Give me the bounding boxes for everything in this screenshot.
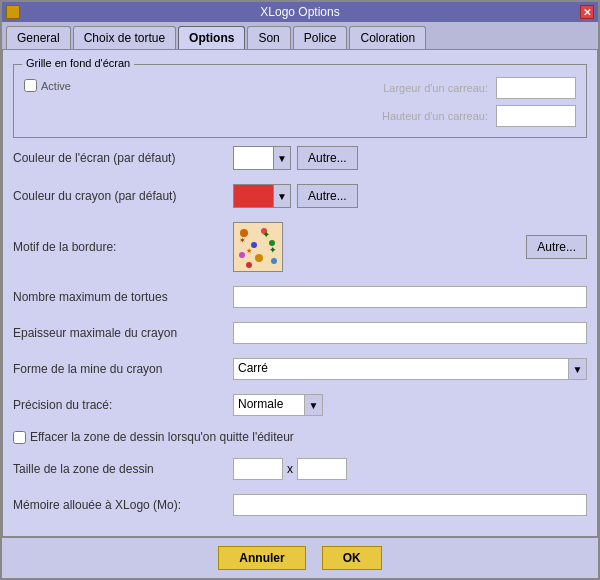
close-button[interactable]: ✕ [580,5,594,19]
footer: Annuler OK [2,537,598,578]
svg-point-8 [246,262,252,268]
couleur-ecran-label: Couleur de l'écran (par défaut) [13,151,233,165]
couleur-crayon-row: Couleur du crayon (par défaut) ▼ Autre..… [13,184,587,208]
forme-value: Carré [234,359,568,379]
largeur-label: Largeur d'un carreau: [91,82,488,94]
tab-police[interactable]: Police [293,26,348,49]
grille-fields: Largeur d'un carreau: 10 Hauteur d'un ca… [91,77,576,127]
largeur-row: Largeur d'un carreau: 10 [91,77,576,99]
precision-arrow[interactable]: ▼ [304,395,322,415]
main-window: XLogo Options ✕ General Choix de tortue … [0,0,600,580]
hauteur-row: Hauteur d'un carreau: 10 [91,105,576,127]
ok-button[interactable]: OK [322,546,382,570]
forme-row: Forme de la mine du crayon Carré ▼ [13,358,587,380]
active-label: Active [41,80,71,92]
memoire-input[interactable]: 64 [233,494,587,516]
couleur-crayon-label: Couleur du crayon (par défaut) [13,189,233,203]
grille-title: Grille en fond d'écran [22,57,134,69]
taille-row: Taille de la zone de dessin 1000 x 1000 [13,458,587,480]
crayon-color-arrow[interactable]: ▼ [274,185,290,207]
crayon-autre-button[interactable]: Autre... [297,184,358,208]
tab-coloration[interactable]: Coloration [349,26,426,49]
couleur-ecran-combo[interactable]: ▼ [233,146,291,170]
tab-general[interactable]: General [6,26,71,49]
tab-son[interactable]: Son [247,26,290,49]
content-area: Grille en fond d'écran Active Largeur d'… [2,49,598,537]
svg-text:✦: ✦ [262,229,270,240]
memoire-row: Mémoire allouée à XLogo (Mo): 64 [13,494,587,516]
precision-select[interactable]: Normale ▼ [233,394,323,416]
precision-label: Précision du tracé: [13,398,233,412]
forme-arrow[interactable]: ▼ [568,359,586,379]
svg-text:✦: ✦ [269,245,277,255]
largeur-input[interactable]: 10 [496,77,576,99]
taille-sep: x [287,462,293,476]
svg-text:✶: ✶ [239,236,246,245]
tab-options[interactable]: Options [178,26,245,49]
forme-select[interactable]: Carré ▼ [233,358,587,380]
ecran-autre-button[interactable]: Autre... [297,146,358,170]
taille-label: Taille de la zone de dessin [13,462,233,476]
memoire-label: Mémoire allouée à XLogo (Mo): [13,498,233,512]
effacer-checkbox[interactable] [13,431,26,444]
taille-width-input[interactable]: 1000 [233,458,283,480]
ecran-color-swatch [234,147,274,169]
epaisseur-input[interactable]: -1 [233,322,587,344]
epaisseur-row: Epaisseur maximale du crayon -1 [13,322,587,344]
svg-point-7 [271,258,277,264]
motif-label: Motif de la bordure: [13,240,233,254]
tab-choix-tortue[interactable]: Choix de tortue [73,26,176,49]
precision-row: Précision du tracé: Normale ▼ [13,394,587,416]
ecran-color-arrow[interactable]: ▼ [274,147,290,169]
tab-bar: General Choix de tortue Options Son Poli… [2,22,598,49]
svg-point-5 [239,252,245,258]
motif-autre-button[interactable]: Autre... [526,235,587,259]
couleur-crayon-combo[interactable]: ▼ [233,184,291,208]
hauteur-input[interactable]: 10 [496,105,576,127]
motif-row: Motif de la bordure: ✦ ✶ ✦ [13,222,587,272]
svg-text:★: ★ [246,247,252,254]
crayon-color-swatch [234,185,274,207]
taille-height-input[interactable]: 1000 [297,458,347,480]
forme-label: Forme de la mine du crayon [13,362,233,376]
svg-point-6 [255,254,263,262]
nombre-tortues-row: Nombre maximum de tortues 16 [13,286,587,308]
effacer-row: Effacer la zone de dessin lorsqu'on quit… [13,430,587,444]
active-checkbox[interactable] [24,79,37,92]
hauteur-label: Hauteur d'un carreau: [91,110,488,122]
grille-group: Grille en fond d'écran Active Largeur d'… [13,64,587,138]
precision-value: Normale [234,395,304,415]
window-title: XLogo Options [260,5,339,19]
couleur-ecran-row: Couleur de l'écran (par défaut) ▼ Autre.… [13,146,587,170]
nombre-tortues-input[interactable]: 16 [233,286,587,308]
annuler-button[interactable]: Annuler [218,546,305,570]
motif-image: ✦ ✶ ✦ ★ [233,222,283,272]
effacer-label: Effacer la zone de dessin lorsqu'on quit… [30,430,294,444]
epaisseur-label: Epaisseur maximale du crayon [13,326,233,340]
nombre-tortues-label: Nombre maximum de tortues [13,290,233,304]
title-bar: XLogo Options ✕ [2,2,598,22]
window-icon [6,5,20,19]
